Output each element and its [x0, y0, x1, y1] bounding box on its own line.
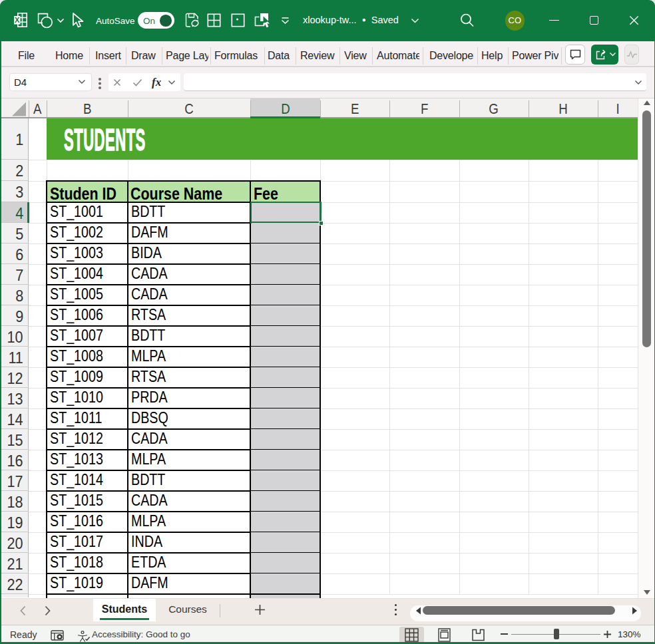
svg-text:X: X: [15, 16, 20, 24]
